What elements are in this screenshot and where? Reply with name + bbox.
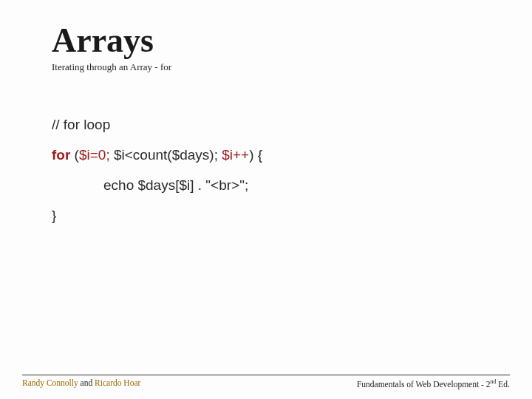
page-title: Arrays [52,21,480,60]
code-for-header: for ($i=0; $i<count($days); $i++) { [52,148,480,162]
code-block: // for loop for ($i=0; $i<count($days); … [52,117,480,222]
paren-close: ) { [249,147,262,163]
footer: Randy Connolly and Ricardo Hoar Fundamen… [22,375,510,389]
keyword-for: for [52,147,70,163]
code-comment: // for loop [52,117,480,132]
author-2: Ricardo Hoar [95,378,140,387]
slide: Arrays Iterating through an Array - for … [0,0,532,399]
paren-open: ( [70,147,79,163]
code-body: echo $days[$i] . "<br>"; [52,178,480,192]
for-cond: $i<count($days); [110,147,222,163]
footer-book: Fundamentals of Web Development - 2nd Ed… [357,378,510,389]
for-incr: $i++ [222,147,249,163]
for-init: $i=0; [79,147,110,163]
book-prefix: Fundamentals of Web Development - 2 [357,380,491,389]
footer-authors: Randy Connolly and Ricardo Hoar [22,378,140,389]
book-suffix: Ed. [496,380,510,389]
footer-row: Randy Connolly and Ricardo Hoar Fundamen… [22,378,510,389]
author-and: and [78,378,95,387]
code-close: } [52,208,480,222]
page-subtitle: Iterating through an Array - for [52,61,480,73]
author-1: Randy Connolly [22,378,78,387]
footer-rule [22,375,510,375]
